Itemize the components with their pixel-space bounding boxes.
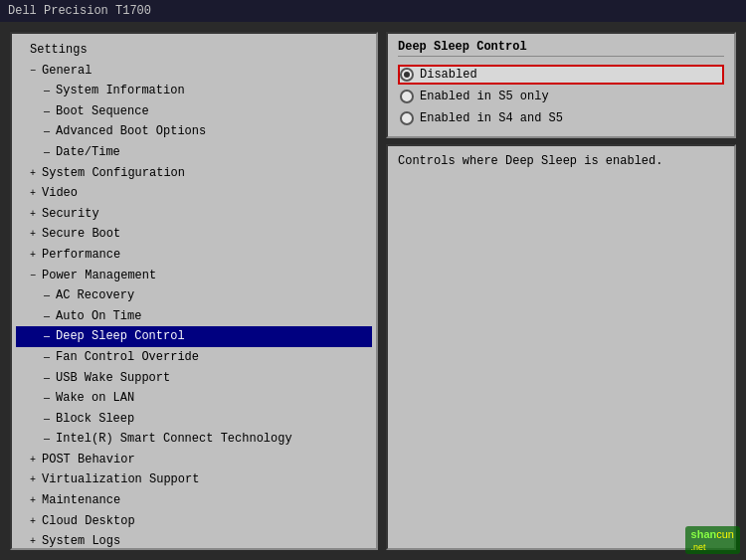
radio-circle-enabled-s4-s5	[400, 111, 414, 125]
title-bar-text: Dell Precision T1700	[8, 4, 151, 18]
nav-item-system-information[interactable]: —System Information	[16, 81, 372, 101]
nav-label-post-behavior: POST Behavior	[42, 453, 135, 467]
nav-icon-date-time: —	[44, 145, 54, 161]
nav-label-general: General	[42, 64, 92, 78]
nav-item-fan-control-override[interactable]: —Fan Control Override	[16, 347, 372, 368]
nav-label-block-sleep: Block Sleep	[56, 412, 134, 426]
nav-icon-usb-wake-support: —	[44, 371, 54, 387]
nav-icon-system-information: —	[44, 84, 54, 99]
nav-icon-maintenance: +	[30, 493, 40, 509]
nav-item-usb-wake-support[interactable]: —USB Wake Support	[16, 368, 372, 389]
nav-icon-security: +	[30, 207, 40, 223]
nav-item-auto-on-time[interactable]: —Auto On Time	[16, 306, 372, 327]
nav-item-power-management[interactable]: −Power Management	[16, 266, 372, 286]
nav-label-intel-smart-connect: Intel(R) Smart Connect Technology	[56, 432, 292, 446]
bios-area: Settings−General—System Information—Boot…	[0, 22, 746, 560]
nav-icon-wake-on-lan: —	[44, 391, 54, 407]
nav-label-auto-on-time: Auto On Time	[56, 309, 141, 323]
nav-item-maintenance[interactable]: +Maintenance	[16, 490, 372, 511]
radio-label-enabled-s5: Enabled in S5 only	[420, 90, 549, 103]
radio-circle-disabled	[400, 68, 414, 82]
nav-icon-advanced-boot-options: —	[44, 124, 54, 140]
nav-icon-power-management: −	[30, 269, 40, 284]
nav-icon-post-behavior: +	[30, 453, 40, 468]
nav-label-video: Video	[42, 186, 78, 200]
radio-label-enabled-s4-s5: Enabled in S4 and S5	[420, 111, 563, 125]
nav-item-security[interactable]: +Security	[16, 204, 372, 225]
nav-item-ac-recovery[interactable]: —AC Recovery	[16, 285, 372, 306]
nav-icon-deep-sleep-control: —	[44, 329, 54, 345]
nav-label-advanced-boot-options: Advanced Boot Options	[56, 124, 206, 138]
watermark-text: cun	[716, 528, 734, 540]
nav-label-cloud-desktop: Cloud Desktop	[42, 514, 135, 528]
nav-label-fan-control-override: Fan Control Override	[56, 350, 199, 364]
nav-icon-video: +	[30, 186, 40, 202]
nav-item-settings[interactable]: Settings	[16, 40, 372, 61]
nav-label-performance: Performance	[42, 248, 120, 262]
nav-icon-block-sleep: —	[44, 412, 54, 428]
radio-circle-enabled-s5	[400, 90, 414, 103]
nav-item-secure-boot[interactable]: +Secure Boot	[16, 224, 372, 245]
nav-item-advanced-boot-options[interactable]: —Advanced Boot Options	[16, 121, 372, 142]
description-box: Controls where Deep Sleep is enabled.	[386, 144, 736, 550]
nav-label-system-logs: System Logs	[42, 534, 120, 548]
nav-label-deep-sleep-control: Deep Sleep Control	[56, 329, 185, 343]
nav-item-date-time[interactable]: —Date/Time	[16, 142, 372, 163]
watermark: shancun .net	[685, 526, 740, 554]
control-box-title: Deep Sleep Control	[398, 40, 724, 57]
nav-item-cloud-desktop[interactable]: +Cloud Desktop	[16, 511, 372, 532]
nav-icon-performance: +	[30, 248, 40, 264]
nav-label-ac-recovery: AC Recovery	[56, 288, 134, 302]
nav-icon-intel-smart-connect: —	[44, 432, 54, 448]
nav-item-system-logs[interactable]: +System Logs	[16, 531, 372, 550]
nav-icon-boot-sequence: —	[44, 104, 54, 120]
nav-item-performance[interactable]: +Performance	[16, 245, 372, 266]
title-bar: Dell Precision T1700	[0, 0, 746, 22]
nav-item-block-sleep[interactable]: —Block Sleep	[16, 409, 372, 430]
nav-icon-virtualization-support: +	[30, 472, 40, 488]
nav-label-power-management: Power Management	[42, 269, 156, 282]
radio-option-disabled[interactable]: Disabled	[398, 65, 724, 85]
nav-icon-secure-boot: +	[30, 227, 40, 243]
watermark-suffix: .net	[691, 542, 706, 552]
nav-item-video[interactable]: +Video	[16, 183, 372, 204]
nav-icon-ac-recovery: —	[44, 288, 54, 304]
nav-icon-cloud-desktop: +	[30, 514, 40, 530]
nav-item-virtualization-support[interactable]: +Virtualization Support	[16, 469, 372, 490]
nav-label-virtualization-support: Virtualization Support	[42, 472, 199, 486]
control-box: Deep Sleep Control DisabledEnabled in S5…	[386, 32, 736, 138]
watermark-logo: shan	[691, 528, 717, 540]
nav-label-wake-on-lan: Wake on LAN	[56, 391, 134, 405]
nav-item-boot-sequence[interactable]: —Boot Sequence	[16, 101, 372, 122]
nav-item-general[interactable]: −General	[16, 61, 372, 82]
nav-label-usb-wake-support: USB Wake Support	[56, 371, 170, 385]
nav-label-boot-sequence: Boot Sequence	[56, 104, 149, 118]
nav-label-maintenance: Maintenance	[42, 493, 120, 507]
nav-icon-system-configuration: +	[30, 166, 40, 182]
radio-option-enabled-s4-s5[interactable]: Enabled in S4 and S5	[398, 108, 724, 128]
nav-label-security: Security	[42, 207, 99, 221]
nav-icon-auto-on-time: —	[44, 309, 54, 325]
nav-item-system-configuration[interactable]: +System Configuration	[16, 163, 372, 184]
nav-icon-system-logs: +	[30, 534, 40, 550]
nav-item-wake-on-lan[interactable]: —Wake on LAN	[16, 388, 372, 409]
nav-label-system-configuration: System Configuration	[42, 166, 185, 180]
nav-item-intel-smart-connect[interactable]: —Intel(R) Smart Connect Technology	[16, 429, 372, 450]
nav-item-post-behavior[interactable]: +POST Behavior	[16, 450, 372, 470]
radio-label-disabled: Disabled	[420, 68, 477, 82]
nav-label-system-information: System Information	[56, 84, 185, 97]
nav-icon-general: −	[30, 64, 40, 80]
description-text: Controls where Deep Sleep is enabled.	[398, 154, 662, 168]
right-panel: Deep Sleep Control DisabledEnabled in S5…	[386, 32, 736, 550]
nav-label-date-time: Date/Time	[56, 145, 120, 159]
nav-label-settings: Settings	[30, 43, 88, 57]
nav-label-secure-boot: Secure Boot	[42, 227, 120, 241]
nav-icon-fan-control-override: —	[44, 350, 54, 366]
nav-panel: Settings−General—System Information—Boot…	[10, 32, 378, 550]
nav-item-deep-sleep-control[interactable]: —Deep Sleep Control	[16, 326, 372, 347]
radio-option-enabled-s5[interactable]: Enabled in S5 only	[398, 87, 724, 106]
